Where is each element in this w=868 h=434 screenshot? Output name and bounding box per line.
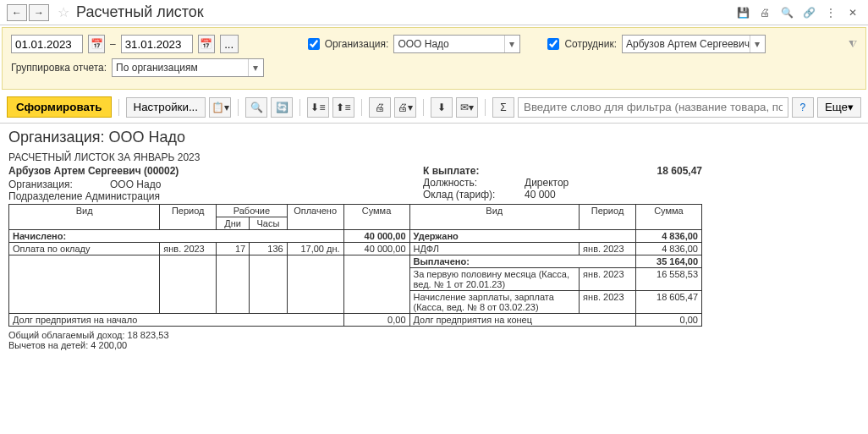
print-settings-button[interactable]: 🖨▾ xyxy=(394,97,416,118)
preview-icon[interactable]: 🔍 xyxy=(778,4,795,21)
employee-name: Арбузов Артем Сергеевич (00002) xyxy=(8,165,423,177)
more-button[interactable]: Еще ▾ xyxy=(817,97,861,118)
email-button[interactable]: ✉▾ xyxy=(456,97,478,118)
help-button[interactable]: ? xyxy=(792,97,814,118)
favorite-icon[interactable]: ☆ xyxy=(58,4,69,20)
group-label: Группировка отчета: xyxy=(11,62,107,74)
department: Подразделение Администрация xyxy=(8,190,423,202)
period-dots-button[interactable]: ... xyxy=(220,35,239,53)
chevron-down-icon: ▾ xyxy=(248,59,261,76)
group-combo[interactable]: По организациям ▾ xyxy=(112,58,264,77)
chevron-down-icon: ▾ xyxy=(750,36,763,52)
taxable-income: Общий облагаемый доход: 18 823,53 xyxy=(8,330,860,340)
link-icon[interactable]: 🔗 xyxy=(800,4,817,21)
print-button[interactable]: 🖨 xyxy=(369,97,391,118)
emp-checkbox[interactable] xyxy=(547,38,559,50)
date-to-input[interactable] xyxy=(121,35,193,53)
date-from-picker[interactable]: 📅 xyxy=(88,35,105,53)
expand-button[interactable]: ⬇≡ xyxy=(307,97,329,118)
save-as-button[interactable]: ⬇ xyxy=(431,97,453,118)
copy-settings-button[interactable]: 📋▾ xyxy=(209,97,231,118)
nav-forward-button[interactable]: → xyxy=(29,4,49,21)
page-title: Расчетный листок xyxy=(76,3,204,21)
close-icon[interactable]: ✕ xyxy=(844,4,861,21)
find-next-button[interactable]: 🔄 xyxy=(271,97,293,118)
child-deductions: Вычетов на детей: 4 200,00 xyxy=(8,340,860,350)
date-from-input[interactable] xyxy=(11,35,83,53)
toolbar: Сформировать Настройки... 📋▾ 🔍 🔄 ⬇≡ ⬆≡ 🖨… xyxy=(0,91,868,124)
filter-panel: 📅 – 📅 ... Организация: ООО Надо ▾ Сотруд… xyxy=(2,27,866,90)
chevron-down-icon: ▾ xyxy=(504,36,518,52)
emp-combo-value: Арбузов Артем Сергеевич xyxy=(626,38,750,50)
sheet-title: РАСЧЕТНЫЙ ЛИСТОК ЗА ЯНВАРЬ 2023 xyxy=(8,151,860,163)
payroll-table: Вид Период Рабочие Оплачено Сумма Вид Пе… xyxy=(8,204,702,327)
org-checkbox[interactable] xyxy=(308,38,320,50)
funnel-icon[interactable]: ⧨ xyxy=(849,38,857,50)
org-label: Организация: xyxy=(325,38,389,50)
org-combo[interactable]: ООО Надо ▾ xyxy=(393,35,520,53)
emp-label: Сотрудник: xyxy=(564,38,617,50)
org-combo-value: ООО Надо xyxy=(398,38,448,50)
report-area: Организация: ООО Надо РАСЧЕТНЫЙ ЛИСТОК З… xyxy=(0,124,868,355)
filter-input[interactable] xyxy=(518,97,788,118)
sum-button[interactable]: Σ xyxy=(492,97,514,118)
emp-combo[interactable]: Арбузов Артем Сергеевич ▾ xyxy=(622,35,766,53)
nav-back-button[interactable]: ← xyxy=(7,4,27,21)
generate-button[interactable]: Сформировать xyxy=(7,96,112,118)
group-combo-value: По организациям xyxy=(116,62,198,74)
save-icon[interactable]: 💾 xyxy=(734,4,751,21)
more-icon[interactable]: ⋮ xyxy=(822,4,839,21)
date-dash: – xyxy=(110,38,116,50)
find-button[interactable]: 🔍 xyxy=(245,97,267,118)
org-header: Организация: ООО Надо xyxy=(8,129,860,146)
collapse-button[interactable]: ⬆≡ xyxy=(332,97,354,118)
print-icon[interactable]: 🖨 xyxy=(756,4,773,21)
settings-button[interactable]: Настройки... xyxy=(126,97,206,118)
date-to-picker[interactable]: 📅 xyxy=(198,35,215,53)
